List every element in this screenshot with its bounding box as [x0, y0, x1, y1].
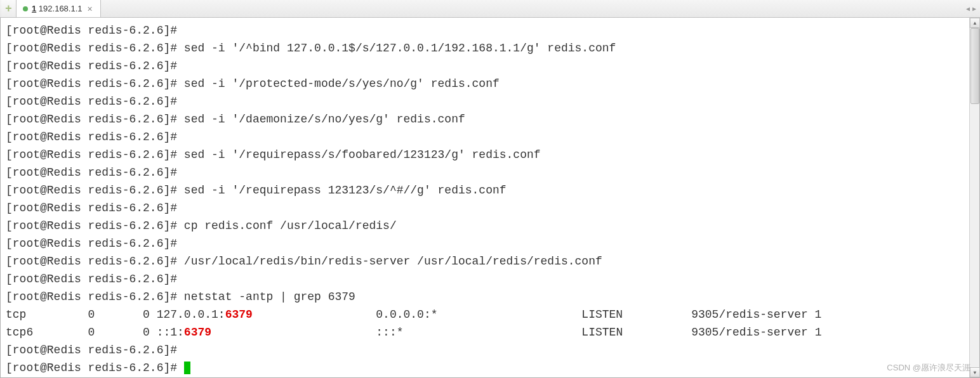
scrollbar[interactable]: ▲ ▼: [969, 18, 979, 377]
terminal[interactable]: [root@Redis redis-6.2.6]# [root@Redis re…: [1, 18, 969, 377]
tab-bar: + 1 192.168.1.1 × ◀ ▶: [0, 0, 980, 18]
tab-prev-button[interactable]: ◀: [966, 5, 970, 13]
add-tab-button[interactable]: +: [1, 0, 17, 17]
scroll-thumb[interactable]: [970, 28, 979, 104]
tab-navigation: ◀ ▶: [963, 0, 979, 17]
tab-active[interactable]: 1 192.168.1.1 ×: [17, 0, 101, 17]
close-tab-button[interactable]: ×: [86, 4, 94, 14]
terminal-container: [root@Redis redis-6.2.6]# [root@Redis re…: [0, 18, 980, 378]
tab-next-button[interactable]: ▶: [972, 5, 976, 13]
scroll-up-button[interactable]: ▲: [970, 18, 980, 28]
scroll-down-button[interactable]: ▼: [970, 367, 980, 377]
tab-title: 1 192.168.1.1: [32, 4, 83, 13]
connection-status-icon: [23, 6, 28, 11]
